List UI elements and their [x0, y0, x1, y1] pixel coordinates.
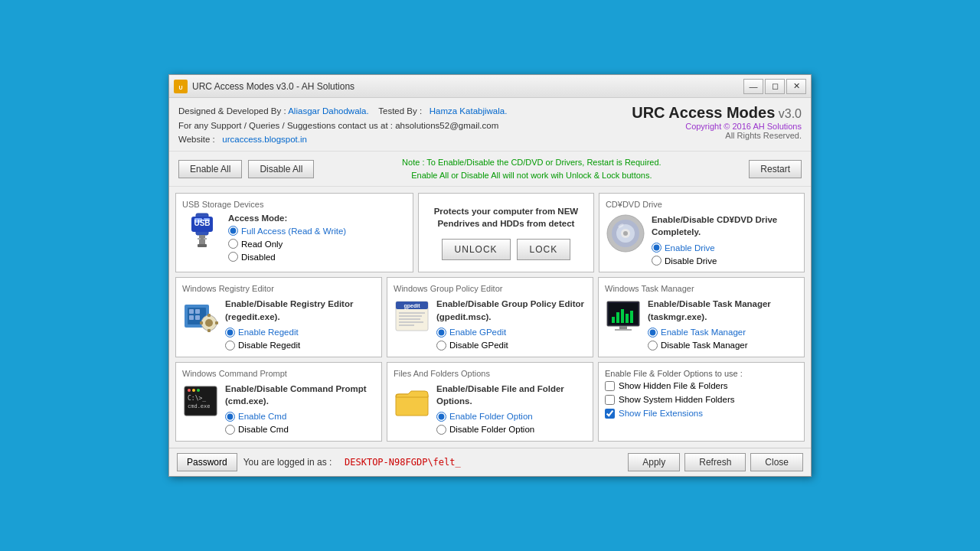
- gpedit-enable-option[interactable]: Enable GPedit: [436, 328, 586, 337]
- usb-panel: USB Storage Devices: [175, 193, 413, 272]
- usb-disabled-option[interactable]: Disabled: [228, 252, 346, 262]
- cmd-icon: C:\>_ cmd.exe: [182, 383, 219, 419]
- taskmgr-disable-option[interactable]: Disable Task Manager: [648, 341, 798, 350]
- password-button[interactable]: Password: [177, 453, 237, 471]
- cmd-title: Windows Command Prompt: [182, 369, 375, 378]
- cd-icon: [606, 214, 645, 253]
- enable-all-button[interactable]: Enable All: [178, 160, 242, 178]
- note-line2: Enable All or Disable All will not work …: [320, 169, 743, 182]
- usb-full-access-option[interactable]: Full Access (Read & Write): [228, 226, 346, 236]
- header-right: URC Access Modes v3.0 Copyright © 2016 A…: [632, 104, 802, 140]
- regedit-disable-option[interactable]: Disable Regedit: [225, 341, 375, 350]
- taskmgr-enable-radio[interactable]: [648, 328, 658, 337]
- show-file-extensions-checkbox[interactable]: [605, 409, 615, 419]
- cmd-disable-option[interactable]: Disable Cmd: [225, 425, 375, 435]
- show-file-extensions-option[interactable]: Show File Extensions: [605, 409, 798, 419]
- show-hidden-files-checkbox[interactable]: [605, 381, 615, 391]
- website-link[interactable]: urcaccess.blogspot.in: [222, 135, 307, 144]
- svg-rect-8: [198, 238, 201, 240]
- disable-all-button[interactable]: Disable All: [248, 160, 314, 178]
- cmd-disable-radio[interactable]: [225, 425, 235, 435]
- tester-link[interactable]: Hamza Katabjiwala.: [430, 106, 508, 116]
- refresh-button[interactable]: Refresh: [684, 453, 746, 471]
- regedit-disable-label: Disable Regedit: [238, 341, 300, 350]
- rights-text: All Rights Reserved.: [632, 131, 802, 140]
- lock-buttons: UNLOCK LOCK: [442, 239, 571, 260]
- usb-read-only-radio[interactable]: [228, 239, 238, 249]
- taskmgr-icon: [605, 298, 642, 334]
- svg-rect-20: [195, 309, 200, 314]
- svg-rect-26: [207, 329, 211, 332]
- cd-panel: CD¥DVD Drive Enable/Disable CD: [599, 193, 805, 272]
- taskmgr-disable-radio[interactable]: [648, 341, 658, 350]
- support-text: For any Support / Queries / Suggestions …: [178, 119, 507, 132]
- access-mode-label: Access Mode:: [228, 214, 346, 223]
- gpedit-disable-label: Disable GPedit: [449, 341, 508, 350]
- close-window-button[interactable]: ✕: [786, 79, 806, 94]
- apply-button[interactable]: Apply: [628, 453, 680, 471]
- usb-icon: USB: [182, 214, 222, 253]
- show-hidden-files-option[interactable]: Show Hidden File & Folders: [605, 381, 798, 391]
- cd-enable-radio[interactable]: [652, 243, 662, 253]
- file-folder-checkboxes: Show Hidden File & Folders Show System H…: [605, 381, 798, 419]
- window-title: URC Access Modes v3.0 - AH Solutions: [192, 81, 743, 92]
- cmd-enable-radio[interactable]: [225, 412, 235, 422]
- svg-point-50: [197, 389, 200, 392]
- svg-rect-9: [204, 238, 207, 240]
- registry-icon: [182, 298, 219, 334]
- regedit-enable-label: Enable Regedit: [238, 328, 299, 337]
- gpedit-disable-option[interactable]: Disable GPedit: [436, 341, 586, 350]
- tested-by-label: Tested By :: [378, 106, 422, 116]
- usb-full-access-label: Full Access (Read & Write): [241, 227, 346, 236]
- show-system-hidden-checkbox[interactable]: [605, 395, 615, 405]
- regedit-disable-radio[interactable]: [225, 341, 235, 350]
- folder-disable-label: Disable Folder Option: [449, 425, 534, 434]
- gpedit-title: Windows Group Policy Editor: [394, 284, 586, 293]
- usb-disabled-radio[interactable]: [228, 252, 238, 262]
- gpedit-enable-label: Enable GPedit: [449, 328, 506, 337]
- lock-button[interactable]: LOCK: [517, 239, 571, 260]
- svg-rect-33: [399, 315, 422, 317]
- taskmgr-enable-option[interactable]: Enable Task Manager: [648, 328, 798, 337]
- row-1: USB Storage Devices: [175, 193, 805, 272]
- show-system-hidden-option[interactable]: Show System Hidden Folders: [605, 395, 798, 405]
- protect-text: Protects your computer from NEW Pendrive…: [428, 205, 584, 230]
- usb-disabled-label: Disabled: [241, 253, 276, 262]
- app-icon: U: [174, 80, 188, 93]
- minimize-button[interactable]: —: [743, 79, 763, 94]
- folder-enable-option[interactable]: Enable Folder Option: [436, 412, 586, 422]
- cd-enable-option[interactable]: Enable Drive: [652, 243, 798, 253]
- registry-panel: Windows Registry Editor: [175, 277, 382, 357]
- folder-disable-radio[interactable]: [436, 425, 446, 435]
- svg-text:C:\>_: C:\>_: [188, 395, 206, 402]
- gpedit-enable-radio[interactable]: [436, 328, 446, 337]
- usb-full-access-radio[interactable]: [228, 226, 238, 236]
- taskmgr-disable-label: Disable Task Manager: [661, 341, 748, 350]
- regedit-enable-option[interactable]: Enable Regedit: [225, 328, 375, 337]
- usb-read-only-option[interactable]: Read Only: [228, 239, 346, 249]
- cd-disable-option[interactable]: Disable Drive: [652, 256, 798, 266]
- svg-rect-32: [399, 312, 425, 314]
- maximize-button[interactable]: ◻: [765, 79, 785, 94]
- folder-title: Files And Folders Options: [394, 369, 586, 378]
- taskmgr-title: Windows Task Manager: [605, 284, 798, 293]
- protection-panel: Protects your computer from NEW Pendrive…: [418, 193, 594, 272]
- header-area: Designed & Developed By : Aliasgar Dahod…: [169, 98, 811, 152]
- regedit-enable-radio[interactable]: [225, 328, 235, 337]
- website-label: Website :: [178, 135, 215, 144]
- cd-disable-radio[interactable]: [652, 256, 662, 266]
- folder-enable-radio[interactable]: [436, 412, 446, 422]
- gpedit-disable-radio[interactable]: [436, 341, 446, 350]
- close-button[interactable]: Close: [750, 453, 803, 471]
- folder-desc: Enable/Disable File and Folder Options.: [436, 383, 586, 407]
- restart-button[interactable]: Restart: [749, 160, 802, 178]
- status-bar: Password You are logged in as : DESKTOP-…: [169, 448, 811, 476]
- svg-rect-34: [399, 318, 420, 320]
- cmd-enable-option[interactable]: Enable Cmd: [225, 412, 375, 422]
- unlock-button[interactable]: UNLOCK: [442, 239, 511, 260]
- taskmgr-radio-group: Enable Task Manager Disable Task Manager: [648, 328, 798, 350]
- cd-enable-label: Enable Drive: [665, 243, 715, 253]
- folder-disable-option[interactable]: Disable Folder Option: [436, 425, 586, 435]
- svg-rect-7: [198, 244, 207, 247]
- developer-link[interactable]: Aliasgar Dahodwala.: [288, 106, 368, 116]
